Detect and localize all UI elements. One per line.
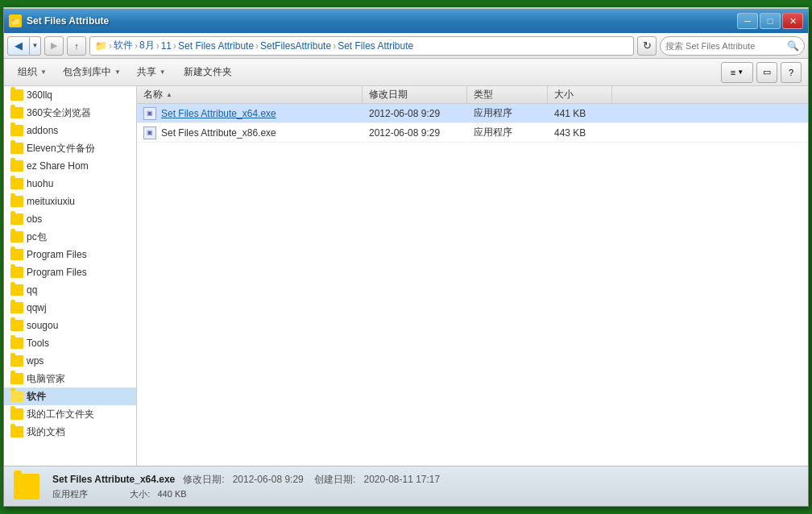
file-size-1: 441 KB [548, 104, 612, 122]
view-options-button[interactable]: ≡ ▼ [721, 62, 753, 83]
file-list-header: 名称 ▲ 修改日期 类型 大小 [137, 86, 808, 104]
file-type-2: 应用程序 [467, 123, 548, 142]
path-seg-1[interactable]: 软件 [114, 39, 133, 52]
sort-arrow: ▲ [166, 91, 172, 98]
sidebar-item-obs[interactable]: obs [4, 210, 136, 228]
folder-icon [10, 320, 23, 331]
back-button[interactable]: ◀ [7, 36, 30, 56]
sidebar-item-eleven[interactable]: Eleven文件备份 [4, 139, 136, 157]
path-seg-3[interactable]: 11 [161, 40, 172, 52]
sidebar-item-huohu[interactable]: huohu [4, 175, 136, 193]
path-seg-5[interactable]: SetFilesAttribute [260, 40, 331, 52]
path-folder-icon: 📁 [95, 40, 107, 52]
search-input[interactable] [665, 41, 784, 51]
folder-icon [10, 408, 23, 420]
sidebar-item-ezshare[interactable]: ez Share Hom [4, 157, 136, 175]
folder-icon [10, 302, 23, 313]
folder-icon [10, 196, 23, 207]
forward-button[interactable]: ▶ [44, 36, 64, 56]
status-file-name: Set Files Attribute_x64.exe 修改日期: 2012-0… [52, 473, 440, 487]
path-seg-6[interactable]: Set Files Attribute [338, 40, 413, 52]
new-folder-button[interactable]: 新建文件夹 [175, 62, 241, 83]
sidebar-item-workfolder[interactable]: 我的工作文件夹 [4, 405, 136, 423]
sidebar-item-sougou[interactable]: sougou [4, 317, 136, 334]
col-header-name[interactable]: 名称 ▲ [137, 86, 362, 103]
col-header-type[interactable]: 类型 [467, 86, 548, 103]
sidebar-item-360llq[interactable]: 360llq [4, 86, 136, 104]
sidebar-item-diannao[interactable]: 电脑管家 [4, 370, 136, 388]
sidebar-item-pcbao[interactable]: pc包 [4, 228, 136, 246]
back-dropdown[interactable]: ▼ [30, 36, 41, 56]
folder-icon [10, 160, 23, 172]
folder-icon [10, 267, 23, 278]
col-header-date[interactable]: 修改日期 [362, 86, 467, 103]
panel-button[interactable]: ▭ [756, 62, 777, 83]
sidebar-item-360browser[interactable]: 360安全浏览器 [4, 104, 136, 122]
title-buttons: ─ □ ✕ [737, 13, 803, 29]
col-header-size[interactable]: 大小 [548, 86, 612, 103]
sidebar: 360llq 360安全浏览器 addons Eleven文件备份 ez Sha… [4, 86, 137, 466]
file-date-2: 2012-06-08 9:29 [362, 123, 467, 142]
status-details: 应用程序 大小: 440 KB [52, 488, 440, 500]
status-info: Set Files Attribute_x64.exe 修改日期: 2012-0… [52, 473, 440, 500]
file-row-2[interactable]: ▣ Set Files Attribute_x86.exe 2012-06-08… [137, 123, 808, 143]
share-dropdown-arrow: ▼ [160, 68, 166, 76]
path-seg-2[interactable]: 8月 [139, 39, 155, 52]
folder-icon [10, 143, 23, 154]
sidebar-item-mydocs[interactable]: 我的文档 [4, 423, 136, 441]
sidebar-item-addons[interactable]: addons [4, 122, 136, 139]
sidebar-item-tools[interactable]: Tools [4, 334, 136, 352]
sidebar-item-wps[interactable]: wps [4, 352, 136, 370]
folder-icon-open [10, 391, 23, 402]
address-bar-area: ◀ ▼ ▶ ↑ 📁 › 软件 › 8月 › 11 › Set Files Att… [4, 33, 808, 59]
sidebar-item-qq[interactable]: qq [4, 281, 136, 299]
status-file-icon [14, 474, 39, 499]
restore-button[interactable]: □ [760, 13, 781, 29]
view-icon: ≡ [731, 68, 735, 77]
sidebar-item-ruanjian[interactable]: 软件 [4, 388, 136, 405]
folder-icon [10, 107, 23, 118]
organize-button[interactable]: 组织 ▼ [10, 62, 54, 83]
folder-icon [10, 373, 23, 384]
search-icon: 🔍 [787, 40, 799, 52]
toolbar: 组织 ▼ 包含到库中 ▼ 共享 ▼ 新建文件夹 ≡ ▼ ▭ ? [4, 59, 808, 86]
file-name-2: ▣ Set Files Attribute_x86.exe [137, 123, 362, 142]
file-area: 名称 ▲ 修改日期 类型 大小 ▣ Set [137, 86, 808, 466]
file-size-2: 443 KB [548, 123, 612, 142]
folder-icon [10, 249, 23, 260]
close-button[interactable]: ✕ [782, 13, 803, 29]
folder-icon [10, 338, 23, 349]
nav-group: ◀ ▼ [7, 36, 41, 56]
file-row-1[interactable]: ▣ Set Files Attribute_x64.exe 2012-06-08… [137, 104, 808, 123]
folder-icon [10, 213, 23, 225]
refresh-button[interactable]: ↻ [637, 36, 657, 56]
folder-icon [10, 89, 23, 101]
include-dropdown-arrow: ▼ [114, 68, 121, 76]
folder-icon [10, 355, 23, 367]
sidebar-item-programfiles2[interactable]: Program Files [4, 263, 136, 281]
sidebar-item-meituxiuxiu[interactable]: meituxiuxiu [4, 193, 136, 210]
share-button[interactable]: 共享 ▼ [130, 62, 173, 83]
up-button[interactable]: ↑ [67, 36, 86, 56]
view-dropdown-icon: ▼ [737, 68, 744, 76]
title-bar: 📁 Set Files Attribute ─ □ ✕ [4, 9, 808, 33]
include-library-button[interactable]: 包含到库中 ▼ [56, 62, 128, 83]
folder-icon [10, 426, 23, 437]
help-button[interactable]: ? [781, 62, 802, 83]
organize-dropdown-arrow: ▼ [40, 68, 47, 76]
status-bar: Set Files Attribute_x64.exe 修改日期: 2012-0… [4, 466, 808, 506]
folder-icon [10, 284, 23, 296]
file-date-1: 2012-06-08 9:29 [362, 104, 467, 122]
file-icon-1: ▣ [143, 107, 156, 120]
sidebar-item-qqwj[interactable]: qqwj [4, 299, 136, 317]
search-box[interactable]: 🔍 [660, 36, 805, 56]
address-path[interactable]: 📁 › 软件 › 8月 › 11 › Set Files Attribute ›… [89, 36, 634, 56]
toolbar-right: ≡ ▼ ▭ ? [721, 62, 802, 83]
path-seg-4[interactable]: Set Files Attribute [178, 40, 254, 52]
main-window: 📁 Set Files Attribute ─ □ ✕ ◀ ▼ ▶ ↑ 📁 › … [3, 7, 809, 507]
minimize-button[interactable]: ─ [737, 13, 758, 29]
main-content: 360llq 360安全浏览器 addons Eleven文件备份 ez Sha… [4, 86, 808, 466]
file-type-1: 应用程序 [467, 104, 548, 122]
file-list: ▣ Set Files Attribute_x64.exe 2012-06-08… [137, 104, 808, 466]
sidebar-item-programfiles1[interactable]: Program Files [4, 246, 136, 263]
